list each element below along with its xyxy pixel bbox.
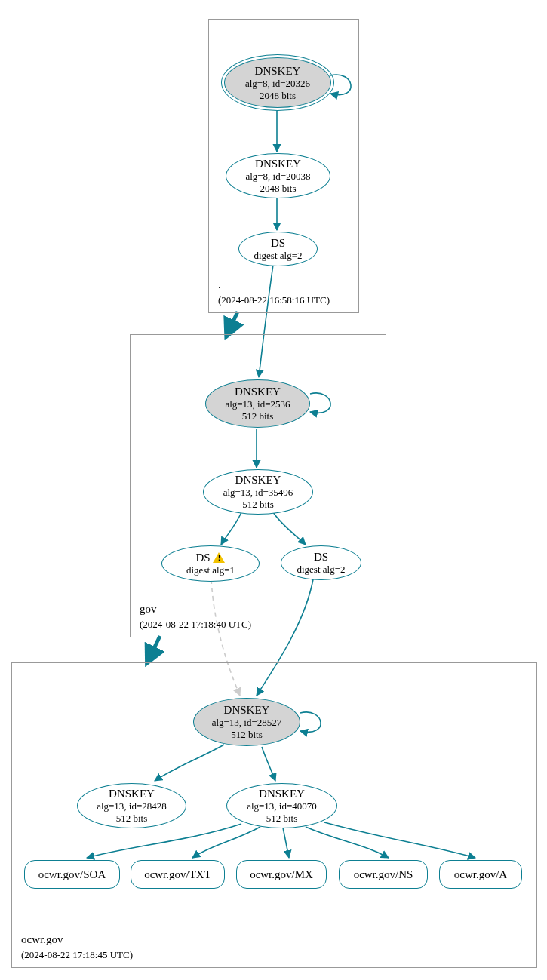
zone-gov-label: gov bbox=[140, 603, 157, 616]
node-sub: 512 bits bbox=[227, 813, 336, 825]
ocwr-zska-node: DNSKEY alg=13, id=28428 512 bits bbox=[77, 783, 186, 828]
rr-mx: ocwr.gov/MX bbox=[236, 860, 327, 889]
rr-label: ocwr.gov/MX bbox=[237, 868, 326, 881]
node-sub: digest alg=2 bbox=[281, 564, 361, 576]
zone-root-label: . bbox=[218, 278, 221, 291]
ocwr-ksk-node: DNSKEY alg=13, id=28527 512 bits bbox=[193, 698, 300, 746]
node-title: DNSKEY bbox=[204, 473, 312, 487]
gov-ds2-node: DS digest alg=2 bbox=[281, 545, 361, 580]
node-title: DNSKEY bbox=[225, 64, 330, 78]
node-sub: alg=13, id=35496 bbox=[204, 487, 312, 499]
node-sub: 512 bits bbox=[206, 410, 309, 422]
node-sub: 512 bits bbox=[204, 499, 312, 511]
node-title: DS bbox=[281, 550, 361, 564]
node-sub: 512 bits bbox=[78, 813, 186, 825]
rr-label: ocwr.gov/SOA bbox=[25, 868, 119, 881]
node-sub: alg=13, id=28428 bbox=[78, 800, 186, 813]
node-sub: alg=8, id=20326 bbox=[225, 78, 330, 90]
node-title: DNSKEY bbox=[226, 157, 330, 171]
node-sub: digest alg=2 bbox=[239, 250, 317, 262]
node-sub: digest alg=1 bbox=[162, 564, 259, 576]
zone-gov-time: (2024-08-22 17:18:40 UTC) bbox=[140, 619, 251, 631]
warning-icon bbox=[213, 552, 225, 563]
rr-label: ocwr.gov/NS bbox=[340, 868, 427, 881]
node-title: DS bbox=[162, 551, 259, 564]
rr-soa: ocwr.gov/SOA bbox=[24, 860, 120, 889]
rr-ns: ocwr.gov/NS bbox=[339, 860, 428, 889]
rr-label: ocwr.gov/A bbox=[440, 868, 521, 881]
node-sub: alg=13, id=2536 bbox=[206, 398, 309, 410]
node-title: DNSKEY bbox=[194, 703, 300, 717]
node-title: DNSKEY bbox=[206, 385, 309, 398]
root-ksk-node: DNSKEY alg=8, id=20326 2048 bits bbox=[224, 57, 331, 108]
rr-label: ocwr.gov/TXT bbox=[131, 868, 224, 881]
rr-a: ocwr.gov/A bbox=[439, 860, 522, 889]
node-sub: alg=13, id=40070 bbox=[227, 800, 336, 813]
zone-ocwr-time: (2024-08-22 17:18:45 UTC) bbox=[21, 949, 133, 961]
node-title: DNSKEY bbox=[78, 787, 186, 800]
root-ds-node: DS digest alg=2 bbox=[238, 232, 318, 266]
zone-root-time: (2024-08-22 16:58:16 UTC) bbox=[218, 294, 330, 306]
node-title: DS bbox=[239, 236, 317, 250]
node-sub: 2048 bits bbox=[226, 183, 330, 195]
node-sub: 2048 bits bbox=[225, 90, 330, 102]
root-zsk-node: DNSKEY alg=8, id=20038 2048 bits bbox=[226, 153, 330, 198]
gov-ds1-node: DS digest alg=1 bbox=[161, 545, 260, 582]
node-sub: alg=13, id=28527 bbox=[194, 717, 300, 729]
ocwr-zskb-node: DNSKEY alg=13, id=40070 512 bits bbox=[226, 783, 337, 828]
rr-txt: ocwr.gov/TXT bbox=[131, 860, 225, 889]
node-sub: alg=8, id=20038 bbox=[226, 171, 330, 183]
node-sub: 512 bits bbox=[194, 729, 300, 741]
node-title: DNSKEY bbox=[227, 787, 336, 800]
gov-ksk-node: DNSKEY alg=13, id=2536 512 bits bbox=[205, 379, 310, 428]
zone-ocwr-label: ocwr.gov bbox=[21, 933, 63, 946]
gov-zsk-node: DNSKEY alg=13, id=35496 512 bits bbox=[203, 469, 313, 515]
